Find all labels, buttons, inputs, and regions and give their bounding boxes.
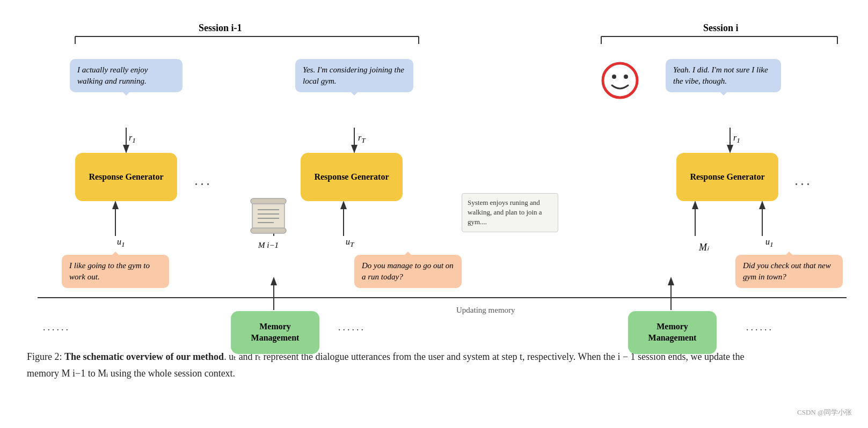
dots-middle: ......	[338, 322, 366, 333]
u1-right-label: u1	[765, 237, 774, 249]
svg-point-19	[624, 75, 628, 79]
response-generator-2: Response Generator	[301, 153, 403, 201]
dots-left: ......	[43, 322, 70, 333]
ellipsis-1: ...	[194, 172, 212, 189]
mi-minus-1-label: M i−1	[236, 240, 301, 251]
response-generator-3: Response Generator	[676, 153, 778, 201]
svg-rect-21	[251, 198, 286, 204]
bubble-1: I actually really enjoy walking and runn…	[70, 59, 183, 92]
bubble-4: I like going to the gym to work out.	[62, 255, 169, 288]
bubble-3: Yeah. I did. I'm not sure I like the vib…	[666, 59, 781, 92]
svg-rect-20	[252, 200, 285, 231]
mi-label: Mᵢ	[699, 241, 709, 253]
svg-point-17	[603, 63, 637, 98]
session-i-label: Session i	[703, 23, 739, 34]
emoji-face	[601, 62, 639, 104]
memo-box: System enjoys runing and walking, and pl…	[462, 193, 558, 232]
r1-left-label: r1	[129, 133, 136, 145]
dots-right: ......	[746, 322, 774, 333]
bubble-2: Yes. I'm considering joining the local g…	[295, 59, 413, 92]
r1-right-label: r1	[733, 133, 740, 145]
u1-left-label: u1	[117, 237, 125, 249]
uT-label: uT	[346, 237, 354, 249]
session-i-minus-1-label: Session i-1	[199, 23, 242, 34]
svg-point-18	[612, 75, 616, 79]
memory-management-2: Memory Management	[628, 311, 717, 354]
figure-label: Figure 2: The schematic overview of our …	[27, 351, 745, 379]
bubble-6: Did you check out that new gym in town?	[735, 255, 843, 288]
memory-management-1: Memory Management	[231, 311, 319, 354]
scroll-icon: M i−1	[236, 196, 301, 251]
rT-label: rT	[358, 133, 366, 145]
watermark: CSDN @同学小张	[797, 408, 852, 417]
updating-memory-label: Updating memory	[456, 306, 515, 315]
ellipsis-2: ...	[794, 172, 812, 189]
response-generator-1: Response Generator	[75, 153, 177, 201]
diagram: Session i-1 Session i I actually really …	[21, 11, 847, 343]
bubble-5: Do you manage to go out on a run today?	[354, 255, 462, 288]
svg-rect-22	[251, 228, 286, 233]
